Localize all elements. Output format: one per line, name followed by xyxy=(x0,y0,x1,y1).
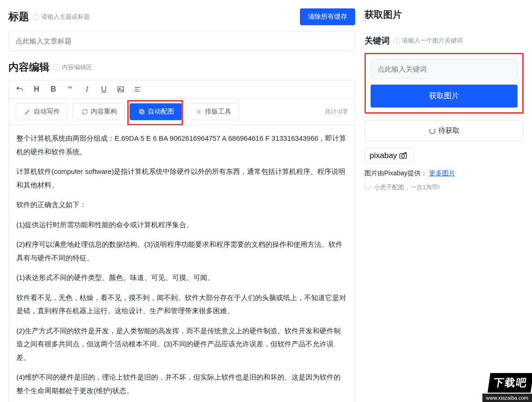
underline-icon[interactable]: U xyxy=(100,85,108,93)
title-section-header: 标题 ! 请输入主题或标题 清除所有缓存 xyxy=(8,8,355,25)
spinner-icon xyxy=(429,128,436,134)
content-p: (2)生产方式不同的软件是开发，是人类智能的高发挥，而不是传统意义上的硬件制造。… xyxy=(16,324,347,365)
pixabay-badge: pixabay xyxy=(364,148,414,164)
more-images-link[interactable]: 更多图片 xyxy=(429,169,455,177)
keyword-label: 关键词 xyxy=(364,35,390,46)
svg-rect-0 xyxy=(118,87,124,92)
keyword-input[interactable] xyxy=(371,59,517,79)
bold-icon[interactable]: B xyxy=(49,85,58,93)
auto-write-label: 自动写作 xyxy=(34,108,60,116)
layout-tool-button[interactable]: 排版工具 xyxy=(187,103,239,120)
settings-icon xyxy=(195,108,203,116)
editor-box: H B “ I U 自动写作 内容重构 xyxy=(8,80,355,402)
svg-point-9 xyxy=(401,155,404,158)
keyword-header: 关键词 ! 请输入一个图片关键词 xyxy=(364,35,524,46)
auto-image-label: 自动配图 xyxy=(148,108,174,116)
editor-content[interactable]: 整个计算机系统由两部分组成：E.69DA 5 E 6 BA 9062616964… xyxy=(9,125,355,402)
pencil-icon xyxy=(23,108,32,116)
refresh-icon xyxy=(80,108,89,116)
layout-tool-label: 排版工具 xyxy=(205,108,231,116)
content-p: (4)维护不同的硬件是旧的，理论上软件是旧的，并不坏，但实际上软件也是旧的和坏的… xyxy=(16,371,347,397)
content-p: 整个计算机系统由两部分组成：E.69DA 5 E 6 BA 9062616964… xyxy=(16,132,347,158)
svg-point-7 xyxy=(198,111,200,113)
tip-text: 小虎子配图，一次1淘币! xyxy=(374,183,440,192)
heading-icon[interactable]: H xyxy=(32,85,41,93)
auto-image-button[interactable]: 自动配图 xyxy=(130,103,182,120)
keyword-hint: ! 请输入一个图片关键词 xyxy=(394,36,463,45)
editor-section-title: 内容编辑 xyxy=(8,60,50,74)
auto-write-button[interactable]: 自动写作 xyxy=(15,103,68,120)
restructure-button[interactable]: 内容重构 xyxy=(73,103,125,120)
content-p: 软件的正确含义如下： xyxy=(16,198,347,212)
align-left-icon[interactable] xyxy=(133,85,142,93)
content-p: (1)提供运行时所需功能和性能的命令或计算机程序集合。 xyxy=(16,218,347,232)
provider-line: 图片由Pixabay提供： 更多图片 xyxy=(364,169,524,178)
info-icon: ! xyxy=(394,37,400,44)
keyword-hint-text: 请输入一个图片关键词 xyxy=(402,36,463,45)
word-count: 共计:0字 xyxy=(325,108,348,116)
editor-hint-text: 内容编辑区 xyxy=(62,63,92,72)
undo-icon[interactable] xyxy=(15,85,24,93)
keyword-block-highlight: 获取图片 xyxy=(364,53,524,114)
bowl-icon xyxy=(364,185,371,190)
svg-rect-8 xyxy=(400,153,406,158)
clear-cache-button[interactable]: 清除所有缓存 xyxy=(300,8,355,25)
pending-button[interactable]: 待获取 xyxy=(364,120,524,141)
title-hint: ! 请输入主题或标题 xyxy=(33,13,90,21)
title-hint-text: 请输入主题或标题 xyxy=(41,13,90,21)
image-icon[interactable] xyxy=(117,85,125,93)
content-p: 软件看不见，无色，枯燥，看不见，摸不到，闻不到。软件大部分存在于人们的头脑或纸上… xyxy=(16,291,347,318)
fetch-image-title: 获取图片 xyxy=(364,8,524,21)
title-label: 标题 xyxy=(8,10,29,24)
svg-rect-10 xyxy=(404,152,406,154)
svg-rect-6 xyxy=(141,111,144,114)
info-icon: ! xyxy=(33,14,39,20)
fetch-image-button[interactable]: 获取图片 xyxy=(371,85,517,108)
info-icon: ! xyxy=(53,64,60,71)
format-toolbar: H B “ I U xyxy=(9,80,355,99)
restructure-label: 内容重构 xyxy=(91,108,117,116)
camera-icon xyxy=(399,152,408,159)
layers-icon xyxy=(138,108,146,116)
article-title-input[interactable] xyxy=(8,31,355,51)
quote-icon[interactable]: “ xyxy=(66,85,74,93)
watermark-text: 下载吧 xyxy=(488,373,532,393)
watermark: 下载吧 www.xiazaiba.com xyxy=(466,374,532,402)
editor-section-hint: ! 内容编辑区 xyxy=(53,63,92,72)
content-p: (1)表达形式不同的硬件类型、颜色、味道、可见、可摸、可闻。 xyxy=(16,271,347,285)
tip-line: 小虎子配图，一次1淘币! xyxy=(364,183,524,192)
provider-prefix: 图片由Pixabay提供： xyxy=(364,169,427,177)
action-toolbar: 自动写作 内容重构 自动配图 排版工具 共计:0字 xyxy=(9,99,355,125)
pixabay-text: pixabay xyxy=(370,151,397,160)
content-p: 计算机软件(computer software)是指计算机系统中除硬件以外的所有… xyxy=(16,165,347,192)
svg-rect-5 xyxy=(139,109,143,113)
watermark-url: www.xiazaiba.com xyxy=(482,394,532,402)
italic-icon[interactable]: I xyxy=(83,85,91,93)
content-p: (2)程序可以满意地处理信息的数据结构。(3)说明程序功能要求和程序需要的文档的… xyxy=(16,238,347,265)
pending-label: 待获取 xyxy=(438,126,459,135)
